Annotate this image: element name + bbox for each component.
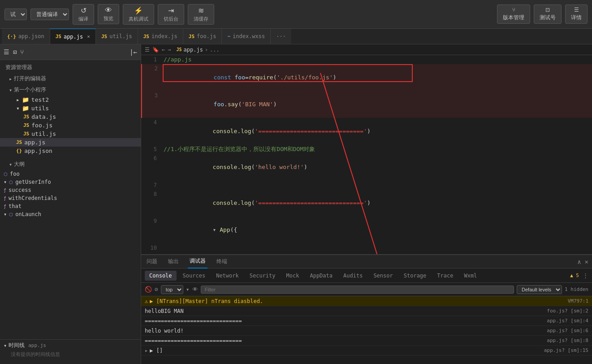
tab-app-js[interactable]: JS app.js ×: [50, 29, 96, 44]
sidebar-toolbar: ☰ ⊡ ⑂ |←: [0, 44, 141, 60]
devtools-tab-sensor[interactable]: Sensor: [369, 271, 397, 281]
tab-index-wxss[interactable]: ~ index.wxss: [222, 29, 271, 44]
devtools-tab-sources[interactable]: Sources: [178, 271, 210, 281]
sidebar-split-icon[interactable]: |←: [130, 48, 137, 56]
debug-button[interactable]: ⚡ 真机调试: [123, 4, 154, 25]
outline-section[interactable]: ▾ 大纲: [0, 159, 141, 170]
sidebar-item-app-js[interactable]: JS app.js: [0, 138, 141, 147]
devtools-tab-storage[interactable]: Storage: [399, 271, 431, 281]
code-line-10: 10 ▾ onLaunch: function() {: [141, 243, 592, 254]
editor-area: ☰ 🔖 ← → JS app.js › ... 1 //app.js: [141, 44, 592, 254]
breadcrumb-back-icon[interactable]: ←: [162, 47, 165, 53]
background-button[interactable]: ⇥ 切后台: [158, 4, 184, 25]
json-icon: {·}: [7, 34, 16, 39]
outline-item-onLaunch[interactable]: ▾ ⬡ onLaunch: [0, 210, 141, 218]
open-editors-section[interactable]: ▸ 打开的编辑器: [0, 73, 141, 84]
bottom-collapse-icon[interactable]: ∧: [577, 258, 581, 265]
devtools-tab-console[interactable]: Console: [145, 271, 177, 281]
outline-chevron: ▾: [9, 161, 12, 168]
tab-output[interactable]: 输出: [166, 255, 181, 269]
sidebar-item-util-js[interactable]: JS util.js: [0, 130, 141, 138]
sidebar-item-app-json[interactable]: {} app.json: [0, 147, 141, 155]
console-context-select[interactable]: top: [161, 285, 183, 294]
outline-item-that[interactable]: ƒ that: [0, 202, 141, 210]
devtools-tab-security[interactable]: Security: [245, 271, 280, 281]
devtools-tab-wxml[interactable]: Wxml: [459, 271, 481, 281]
sidebar-content: 资源管理器 ▸ 打开的编辑器 ▾ 第一个小程序 ▸ 📁 test2: [0, 60, 141, 339]
console-row-equals-1[interactable]: ============================== app.js? […: [141, 316, 592, 326]
toolbar-right: ⑂ 版本管理 ⊡ 测试号 ☰ 详情: [497, 4, 588, 24]
that-func-icon: ƒ: [4, 204, 6, 209]
console-row-hello-world[interactable]: hello world! app.js? [sm]:6: [141, 326, 592, 336]
console-output[interactable]: ⚠ ▶ [NTrans][Master] nTrans diasbled. VM…: [141, 296, 592, 364]
open-editors-chevron: ▸: [9, 76, 12, 82]
console-row-warn[interactable]: ⚠ ▶ [NTrans][Master] nTrans diasbled. VM…: [141, 296, 592, 306]
devtools-tab-trace[interactable]: Trace: [432, 271, 458, 281]
tab-terminal[interactable]: 终端: [215, 255, 229, 269]
bottom-close-icon[interactable]: ×: [585, 258, 588, 265]
tab-index-js[interactable]: JS index.js: [138, 29, 183, 44]
resource-manager-title[interactable]: 资源管理器: [0, 62, 141, 73]
sidebar-item-test2[interactable]: ▸ 📁 test2: [0, 95, 141, 104]
devtools-tab-audits[interactable]: Audits: [339, 271, 367, 281]
console-row-empty-array[interactable]: ▸ ▶ [] app.js? [sm]:15: [141, 346, 592, 355]
sidebar-search-icon[interactable]: ⊡: [13, 48, 17, 56]
compile-mode-select[interactable]: 普通编译: [30, 9, 69, 20]
console-clear-icon[interactable]: 🚫: [145, 286, 152, 293]
tab-app-json[interactable]: {·} app.json: [2, 29, 50, 44]
console-eye-icon[interactable]: 👁: [192, 286, 198, 293]
project-select[interactable]: 试: [4, 9, 27, 20]
compile-icon: ↺: [81, 6, 86, 15]
code-line-3: 3 foo.say('BIG MAN'): [141, 91, 592, 118]
devtools-tab-network[interactable]: Network: [212, 271, 243, 281]
tab-issues[interactable]: 问题: [145, 255, 159, 269]
test-number-button[interactable]: ⊡ 测试号: [534, 4, 562, 24]
console-dropdown-icon[interactable]: ▾: [186, 286, 190, 293]
devtools-tab-mock[interactable]: Mock: [282, 271, 304, 281]
tab-util-js[interactable]: JS util.js: [96, 29, 138, 44]
console-row-equals-2[interactable]: ============================== app.js? […: [141, 336, 592, 346]
console-levels-select[interactable]: Default levels: [517, 285, 562, 294]
sidebar-item-foo-js[interactable]: JS foo.js: [0, 121, 141, 130]
utils-chevron-icon: ▾: [16, 105, 20, 112]
sidebar-item-data-js[interactable]: JS data.js: [0, 113, 141, 121]
toolbar: 试 普通编译 ↺ 编译 👁 预览 ⚡ 真机调试 ⇥ 切后台 ≋ 清缓存 ⑂: [0, 0, 592, 29]
sidebar: ☰ ⊡ ⑂ |← 资源管理器 ▸ 打开的编辑器 ▾ 第一个小程序: [0, 44, 141, 364]
clear-cache-button[interactable]: ≋ 清缓存: [188, 4, 214, 25]
withCred-func-icon: ƒ: [4, 196, 6, 201]
outline-item-success[interactable]: ƒ success: [0, 186, 141, 194]
outline-item-getUserInfo[interactable]: ▾ ⬡ getUserInfo: [0, 178, 141, 186]
tab-foo-js[interactable]: JS foo.js: [183, 29, 222, 44]
warning-count-badge: ▲ 5: [570, 273, 579, 278]
details-icon: ☰: [574, 7, 579, 13]
preview-icon: 👁: [105, 6, 112, 14]
sidebar-item-utils[interactable]: ▾ 📁 utils: [0, 104, 141, 113]
sidebar-collapse-icon[interactable]: ☰: [4, 48, 9, 56]
first-miniprogram-section[interactable]: ▾ 第一个小程序: [0, 84, 141, 95]
preview-button[interactable]: 👁 预览: [98, 4, 119, 24]
console-filter-input[interactable]: [201, 286, 514, 294]
breadcrumb-js-icon: JS: [176, 47, 181, 52]
sidebar-git-icon[interactable]: ⑂: [20, 48, 24, 56]
code-line-1: 1 //app.js: [141, 55, 592, 64]
compile-button[interactable]: ↺ 编译: [73, 4, 94, 25]
outline-item-foo[interactable]: ⬡ foo: [0, 170, 141, 178]
devtools-tab-appdata[interactable]: AppData: [305, 271, 337, 281]
breadcrumb-bookmark-icon[interactable]: 🔖: [152, 47, 159, 53]
version-mgmt-button[interactable]: ⑂ 版本管理: [497, 4, 530, 24]
code-area[interactable]: 1 //app.js 2 const foo=require('./utils/…: [141, 55, 592, 254]
outline-item-withCredentials[interactable]: ƒ withCredentials: [0, 194, 141, 202]
console-pause-icon[interactable]: ⊘: [155, 286, 158, 293]
tab-close-icon[interactable]: ×: [87, 34, 90, 39]
details-button[interactable]: ☰ 详情: [565, 4, 588, 24]
tab-debugger[interactable]: 调试器: [188, 255, 207, 269]
code-line-8: 8 console.log('=========================…: [141, 190, 592, 217]
array-expand-arrow[interactable]: ▸: [145, 347, 148, 354]
tab-more[interactable]: ···: [271, 29, 291, 44]
test-number-icon: ⊡: [545, 7, 550, 13]
js-icon-foo: JS: [189, 34, 194, 39]
console-row-hello-big-man[interactable]: helloBIG MAN foo.js? [sm]:2: [141, 306, 592, 316]
breadcrumb-forward-icon[interactable]: →: [168, 47, 171, 53]
breadcrumb-list-icon[interactable]: ☰: [145, 47, 150, 53]
devtools-more-icon[interactable]: ⋮: [583, 272, 588, 279]
